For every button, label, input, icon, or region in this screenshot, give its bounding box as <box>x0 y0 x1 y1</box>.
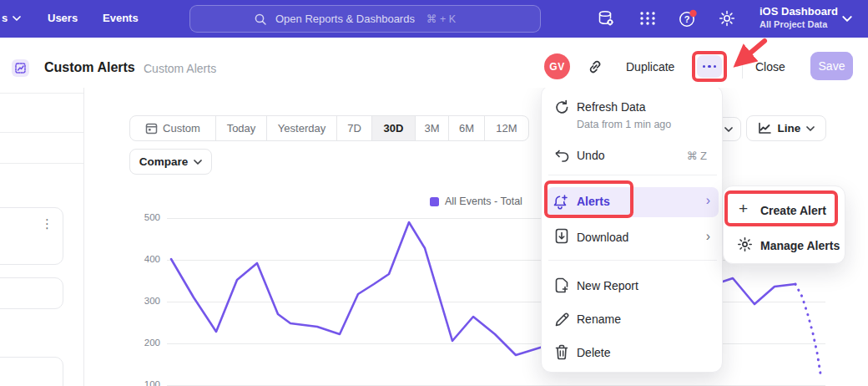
nav-item-users[interactable]: Users <box>48 12 78 24</box>
chevron-down-icon <box>194 160 202 165</box>
sidebar-card[interactable] <box>0 207 63 265</box>
search-icon <box>254 13 267 26</box>
top-navigation-bar: s Users Events Open Reports & Dashboards… <box>0 0 868 38</box>
date-range-custom[interactable]: Custom <box>130 116 216 140</box>
project-chevron-down-icon[interactable] <box>842 16 852 22</box>
refresh-icon <box>554 99 570 115</box>
page-title: Custom Alerts <box>44 60 135 75</box>
date-range-today[interactable]: Today <box>216 116 267 140</box>
submenu-item-manage-alerts[interactable]: Manage Alerts <box>724 230 846 262</box>
y-tick-label: 400 <box>139 254 160 264</box>
menu-item-label: Rename <box>577 312 621 326</box>
pencil-icon <box>554 312 570 328</box>
download-icon <box>554 228 569 245</box>
project-switcher-scope: All Project Data <box>760 19 827 29</box>
copy-link-icon[interactable] <box>587 58 603 75</box>
legend-label: All Events - Total <box>445 196 522 207</box>
sidebar-divider <box>0 163 83 164</box>
menu-item-undo[interactable]: Undo ⌘ Z <box>542 143 724 170</box>
y-tick-label: 100 <box>139 379 160 386</box>
chart-forecast-dotted-line <box>795 284 820 373</box>
undo-icon <box>554 149 570 163</box>
new-report-icon <box>554 277 569 294</box>
trash-icon <box>554 344 569 361</box>
y-tick-label: 200 <box>139 338 160 348</box>
submenu-arrow-icon: › <box>706 231 710 242</box>
save-button[interactable]: Save <box>810 52 853 80</box>
sidebar-card[interactable] <box>0 277 63 309</box>
legend-swatch <box>430 197 439 206</box>
nav-item-events[interactable]: Events <box>103 12 139 24</box>
overflow-dropdown-menu: Refresh Data Data from 1 min ago Undo ⌘ … <box>541 85 723 373</box>
header-divider <box>742 53 743 79</box>
chevron-down-icon <box>13 16 21 21</box>
search-placeholder: Open Reports & Dashboards <box>275 13 415 25</box>
chevron-down-icon <box>724 127 733 132</box>
chevron-down-icon <box>806 126 815 131</box>
avatar[interactable]: GV <box>544 53 570 79</box>
nav-item-partial[interactable]: s <box>2 12 21 24</box>
avatar-initials: GV <box>549 61 564 73</box>
sidebar-divider <box>0 93 83 94</box>
menu-item-label: Undo <box>577 149 604 162</box>
menu-item-rename[interactable]: Rename <box>542 305 724 333</box>
submenu-item-label: Manage Alerts <box>760 239 840 252</box>
menu-item-shortcut: ⌘ Z <box>686 150 707 162</box>
date-range-7d[interactable]: 7D <box>337 116 372 140</box>
notification-badge <box>689 10 696 17</box>
submenu-arrow-icon: › <box>706 195 710 206</box>
gear-icon <box>737 236 753 252</box>
date-range-12m[interactable]: 12M <box>485 116 528 140</box>
sidebar-divider <box>0 132 83 133</box>
report-header: Custom Alerts Custom Alerts GV Duplicate… <box>0 38 868 88</box>
date-range-6m[interactable]: 6M <box>449 116 485 140</box>
menu-item-download[interactable]: Download › <box>542 222 724 251</box>
close-button[interactable]: Close <box>755 60 785 74</box>
y-tick-label: 500 <box>139 212 160 222</box>
date-range-label: Custom <box>163 122 200 135</box>
report-type-icon <box>12 59 29 77</box>
menu-item-refresh-data[interactable]: Refresh Data Data from 1 min ago <box>542 94 724 135</box>
chart-type-label: Line <box>778 122 801 135</box>
calendar-icon <box>145 122 158 135</box>
menu-item-delete[interactable]: Delete <box>542 338 724 367</box>
menu-item-label: Delete <box>577 346 610 359</box>
help-icon[interactable]: ? <box>677 8 699 30</box>
menu-item-label: Refresh Data <box>577 100 645 114</box>
card-kebab-menu-icon[interactable]: ⋮ <box>41 216 53 231</box>
breadcrumb: Custom Alerts <box>144 62 216 75</box>
date-range-30d-selected[interactable]: 30D <box>372 116 416 140</box>
compare-button[interactable]: Compare <box>129 149 212 175</box>
chart-type-button[interactable]: Line <box>746 115 826 141</box>
date-range-3m[interactable]: 3M <box>416 116 449 140</box>
gridline <box>167 302 825 302</box>
menu-item-label: New Report <box>577 279 638 292</box>
menu-item-label: Download <box>577 231 628 244</box>
compare-label: Compare <box>139 155 189 168</box>
gridline <box>167 343 825 344</box>
apps-grid-icon[interactable] <box>638 8 657 28</box>
menu-divider <box>548 175 717 175</box>
project-switcher-name[interactable]: iOS Dashboard <box>760 5 838 18</box>
date-range-yesterday[interactable]: Yesterday <box>267 116 337 140</box>
date-range-control: Custom Today Yesterday 7D 30D 3M 6M 12M <box>129 115 529 141</box>
search-input[interactable]: Open Reports & Dashboards ⌘ + K <box>189 5 541 33</box>
settings-gear-icon[interactable] <box>717 8 737 28</box>
annotation-box-overflow-button <box>692 51 727 82</box>
data-management-icon[interactable] <box>596 8 616 28</box>
line-chart-icon <box>758 122 772 135</box>
sidebar-card[interactable] <box>0 357 63 386</box>
svg-text:?: ? <box>684 14 690 24</box>
menu-item-new-report[interactable]: New Report <box>542 272 724 300</box>
menu-divider <box>548 260 717 261</box>
annotation-box-alerts-item <box>544 180 633 218</box>
annotation-box-create-alert <box>724 190 838 226</box>
sidebar-border <box>83 88 84 386</box>
duplicate-button[interactable]: Duplicate <box>626 60 674 74</box>
search-shortcut: ⌘ + K <box>426 13 456 25</box>
nav-partial-label: s <box>2 12 8 24</box>
y-tick-label: 300 <box>139 296 160 306</box>
menu-item-subtitle: Data from 1 min ago <box>577 119 671 130</box>
